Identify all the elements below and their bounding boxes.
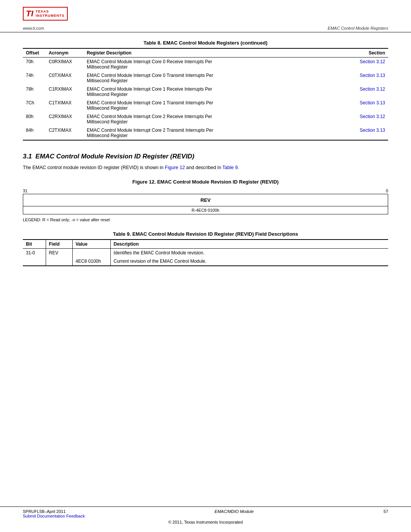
cell-fdesc: Identifies the EMAC Control Module revis…	[110, 248, 388, 257]
page-info-bar: www.ti.com EMAC Control Module Registers	[0, 24, 411, 32]
cell-offset: 84h	[23, 126, 46, 140]
reg-field-name: REV	[201, 197, 211, 203]
intro-text: The EMAC control module revision ID regi…	[23, 165, 164, 170]
section31-number: 3.1	[23, 153, 32, 160]
cell-section: Section 3.13	[346, 71, 388, 85]
table-row: 84h C2TXIMAX EMAC Control Module Interru…	[23, 126, 388, 140]
th-fdesc: Description	[110, 240, 388, 249]
intro-end: .	[238, 165, 239, 170]
section-ref-link[interactable]: Section 3.13	[360, 128, 385, 133]
cell-field	[46, 257, 72, 266]
th-offset: Offset	[23, 48, 46, 58]
cell-desc: EMAC Control Module Interrupt Core 2 Tra…	[84, 126, 346, 140]
th-section: Section	[346, 48, 388, 58]
reg-diagram-box: REV R-4EC8 0100h	[23, 194, 388, 214]
cell-value: 4EC8 0100h	[72, 257, 110, 266]
footer-doc-id: SPRUFL5B–April 2011	[23, 509, 85, 514]
intro-mid: and described in	[186, 165, 221, 170]
reg-diagram-header: 31 0	[23, 189, 388, 193]
figure12-link[interactable]: Figure 12	[165, 165, 185, 170]
logo-text: Texas Instruments	[36, 10, 65, 18]
logo-line1: Texas	[36, 10, 65, 14]
section-ref-link[interactable]: Section 3.12	[360, 86, 385, 92]
cell-section: Section 3.13	[346, 126, 388, 140]
footer-copyright: © 2011, Texas Instruments Incorporated	[23, 520, 388, 524]
cell-offset: 7Ch	[23, 99, 46, 112]
bit-low: 0	[386, 189, 388, 193]
cell-desc: EMAC Control Module Interrupt Core 2 Rec…	[84, 112, 346, 126]
cell-offset: 80h	[23, 112, 46, 126]
th-value: Value	[72, 240, 110, 249]
table9-link[interactable]: Table 9	[222, 165, 237, 170]
th-acronym: Acronym	[46, 48, 84, 58]
logo-line2: Instruments	[36, 14, 65, 18]
logo-box: TI Texas Instruments	[23, 7, 68, 21]
cell-bit: 31-0	[23, 248, 46, 257]
cell-section: Section 3.12	[346, 85, 388, 99]
footer-page-num: 57	[384, 509, 388, 518]
reg-field-row: REV	[23, 194, 388, 206]
figure12-title: Figure 12. EMAC Control Module Revision …	[23, 179, 388, 185]
footer-left: SPRUFL5B–April 2011 Submit Documentation…	[23, 509, 85, 518]
cell-section: Section 3.13	[346, 99, 388, 112]
th-field: Field	[46, 240, 72, 249]
cell-desc: EMAC Control Module Interrupt Core 1 Rec…	[84, 85, 346, 99]
section-ref-link[interactable]: Section 3.12	[360, 59, 385, 64]
cell-acronym: C1TXIMAX	[46, 99, 84, 112]
ti-letters: TI	[26, 9, 33, 19]
cell-section: Section 3.12	[346, 112, 388, 126]
footer-top: SPRUFL5B–April 2011 Submit Documentation…	[23, 507, 388, 518]
table-row: 7Ch C1TXIMAX EMAC Control Module Interru…	[23, 99, 388, 112]
section-ref-link[interactable]: Section 3.13	[360, 100, 385, 105]
table-row: 31-0 REV Identifies the EMAC Control Mod…	[23, 248, 388, 257]
cell-offset: 74h	[23, 71, 46, 85]
table8-title: Table 8. EMAC Control Module Registers (…	[23, 40, 388, 46]
section-ref-link[interactable]: Section 3.13	[360, 73, 385, 78]
section-ref-link[interactable]: Section 3.12	[360, 114, 385, 119]
register-diagram: 31 0 REV R-4EC8 0100h	[23, 189, 388, 214]
cell-section: Section 3.12	[346, 58, 388, 72]
cell-field: REV	[46, 248, 72, 257]
table9-title: Table 9. EMAC Control Module Revision ID…	[23, 231, 388, 237]
reg-reset-value: R-4EC8 0100h	[192, 208, 220, 212]
footer-module: EMAC/MDIO Module	[215, 509, 254, 518]
section31-title: EMAC Control Module Revision ID Register…	[35, 153, 194, 160]
cell-acronym: C0RXIMAX	[46, 58, 84, 72]
cell-value	[72, 248, 110, 257]
page-title-header: EMAC Control Module Registers	[328, 26, 388, 30]
cell-fdesc: Current revision of the EMAC Control Mod…	[110, 257, 388, 266]
reg-reset-row: R-4EC8 0100h	[23, 206, 388, 214]
table-row: 78h C1RXIMAX EMAC Control Module Interru…	[23, 85, 388, 99]
cell-acronym: C0TXIMAX	[46, 71, 84, 85]
section31-heading: 3.1 EMAC Control Module Revision ID Regi…	[23, 153, 388, 160]
cell-desc: EMAC Control Module Interrupt Core 1 Tra…	[84, 99, 346, 112]
feedback-link[interactable]: Submit Documentation Feedback	[23, 514, 85, 518]
register-table: Offset Acronym Register Description Sect…	[23, 48, 388, 141]
cell-desc: EMAC Control Module Interrupt Core 0 Tra…	[84, 71, 346, 85]
field-table: Bit Field Value Description 31-0 REV Ide…	[23, 239, 388, 266]
cell-acronym: C2TXIMAX	[46, 126, 84, 140]
legend-text: LEGEND: R = Read only; -n = value after …	[23, 217, 388, 222]
cell-acronym: C2RXIMAX	[46, 112, 84, 126]
cell-acronym: C1RXIMAX	[46, 85, 84, 99]
cell-offset: 78h	[23, 85, 46, 99]
cell-desc: EMAC Control Module Interrupt Core 0 Rec…	[84, 58, 346, 72]
th-bit: Bit	[23, 240, 46, 249]
section31-intro: The EMAC control module revision ID regi…	[23, 164, 388, 171]
table-row: 70h C0RXIMAX EMAC Control Module Interru…	[23, 58, 388, 72]
table-row: 80h C2RXIMAX EMAC Control Module Interru…	[23, 112, 388, 126]
page-header: TI Texas Instruments	[0, 0, 411, 24]
cell-bit	[23, 257, 46, 266]
cell-offset: 70h	[23, 58, 46, 72]
website-url: www.ti.com	[23, 26, 44, 30]
page-footer: SPRUFL5B–April 2011 Submit Documentation…	[0, 506, 411, 524]
table-row: 74h C0TXIMAX EMAC Control Module Interru…	[23, 71, 388, 85]
logo-area: TI Texas Instruments	[23, 7, 68, 21]
th-regdesc: Register Description	[84, 48, 346, 58]
main-content: Table 8. EMAC Control Module Registers (…	[0, 32, 411, 289]
table-row: 4EC8 0100h Current revision of the EMAC …	[23, 257, 388, 266]
bit-high: 31	[23, 189, 27, 193]
